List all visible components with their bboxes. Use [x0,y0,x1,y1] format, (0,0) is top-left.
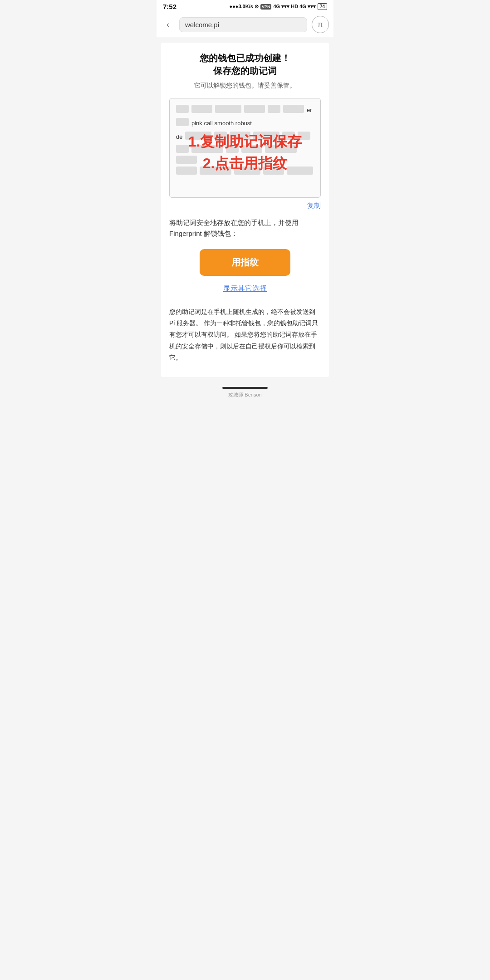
visible-words: pink call smooth robust [191,118,252,128]
network-indicator: 4G ▾▾▾ HD 4G ▾▾▾ [273,4,315,10]
back-icon: ‹ [167,20,169,29]
word-block [241,145,262,153]
word-block [185,132,211,140]
word-block [214,132,227,140]
instruction-text: 将助记词安全地存放在您的手机上，并使用Fingerprint 解锁钱包： [169,217,321,239]
status-bar: 7:52 ●●●3.0K/s ⊘ VPN 4G ▾▾▾ HD 4G ▾▾▾ 74 [157,0,333,12]
page-title: 您的钱包已成功创建！保存您的助记词 [169,52,321,77]
word-block [234,167,260,175]
fingerprint-button[interactable]: 用指纹 [200,249,290,276]
status-right: ●●●3.0K/s ⊘ VPN 4G ▾▾▾ HD 4G ▾▾▾ 74 [229,3,327,10]
word-block [176,167,197,175]
status-time: 7:52 [163,3,176,10]
word-block [191,145,223,153]
mnemonic-row-1: er [176,105,314,115]
word-block [265,145,297,153]
signal-indicator: ●●●3.0K/s ⊘ [229,4,258,10]
pi-logo-button[interactable]: π [312,16,329,33]
word-block [176,118,189,126]
visible-word: er [307,105,312,115]
page-subtitle: 它可以解锁您的钱包。请妥善保管。 [169,82,321,90]
word-block [244,105,265,113]
url-bar[interactable]: welcome.pi [179,17,307,32]
word-block [287,167,313,175]
word-block [283,105,304,113]
mnemonic-box: er pink call smooth robust de [169,98,321,198]
word-block [268,105,280,113]
bottom-bar: 攻城师 Benson [157,382,333,402]
browser-bar: ‹ welcome.pi π [157,12,333,37]
page-content: 您的钱包已成功创建！保存您的助记词 它可以解锁您的钱包。请妥善保管。 er pi… [161,43,329,377]
visible-word: de [176,132,182,142]
word-block [298,132,310,140]
word-block [215,105,241,113]
word-block [176,156,197,164]
mnemonic-words: er pink call smooth robust de [176,105,314,175]
back-button[interactable]: ‹ [161,18,175,31]
word-block [253,132,279,140]
word-block [263,167,284,175]
word-block [176,105,189,113]
footer-note: 您的助记词是在手机上随机生成的，绝不会被发送到Pi 服务器。 作为一种非托管钱包… [169,306,321,363]
mnemonic-row-4 [176,145,314,164]
home-indicator[interactable] [222,387,268,389]
show-options-link[interactable]: 显示其它选择 [169,284,321,294]
vpn-badge: VPN [260,4,272,10]
word-block [230,132,250,140]
word-block [176,145,189,153]
word-block [282,132,295,140]
pi-symbol: π [318,20,323,29]
watermark: 攻城师 Benson [157,392,333,398]
mnemonic-row-5 [176,167,314,175]
mnemonic-row-3: de [176,132,314,142]
copy-link[interactable]: 复制 [169,201,321,210]
mnemonic-row-2: pink call smooth robust [176,118,314,128]
word-block [191,105,212,113]
word-block [200,167,231,175]
word-block [226,145,239,153]
battery-indicator: 74 [318,3,327,10]
